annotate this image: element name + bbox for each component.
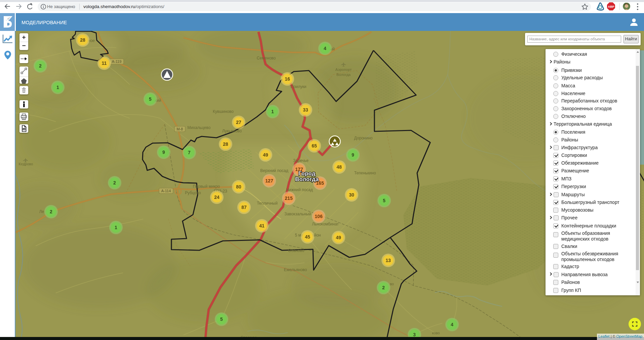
svg-text:45: 45: [305, 234, 310, 240]
svg-text:Осаново: Осаново: [288, 248, 305, 253]
svg-text:80: 80: [236, 184, 241, 189]
svg-text:5: 5: [383, 198, 386, 203]
svg-text:30: 30: [349, 192, 354, 198]
svg-text:2: 2: [50, 209, 52, 214]
svg-text:28: 28: [223, 141, 228, 147]
svg-text:5: 5: [220, 316, 223, 322]
svg-text:49: 49: [263, 152, 268, 158]
svg-text:41: 41: [259, 223, 265, 228]
svg-text:11: 11: [102, 60, 107, 66]
svg-text:127: 127: [265, 178, 273, 183]
svg-text:4: 4: [324, 46, 326, 51]
svg-text:16: 16: [285, 76, 290, 82]
svg-text:215: 215: [285, 196, 293, 201]
svg-text:106: 106: [315, 214, 323, 219]
svg-text:Прилуки: Прилуки: [291, 84, 307, 89]
svg-text:9: 9: [162, 150, 165, 155]
svg-text:Кувшиново: Кувшиново: [213, 109, 234, 114]
svg-text:Лукьяново: Лукьяново: [222, 129, 242, 133]
svg-text:28: 28: [80, 37, 85, 43]
svg-text:48: 48: [336, 164, 342, 170]
svg-text:Тепенькино: Тепенькино: [354, 171, 376, 175]
svg-text:87: 87: [241, 205, 247, 210]
svg-text:Емельяново: Емельяново: [284, 267, 307, 272]
svg-text:4: 4: [451, 322, 453, 327]
svg-text:во: во: [390, 282, 394, 286]
svg-text:65: 65: [312, 143, 317, 148]
svg-text:13: 13: [386, 258, 391, 263]
svg-text:Доронино: Доронино: [354, 136, 373, 140]
svg-text:3: 3: [413, 332, 416, 337]
svg-text:Семеново: Семеново: [257, 56, 276, 60]
svg-text:1: 1: [271, 109, 274, 114]
svg-text:7: 7: [188, 150, 191, 155]
svg-text:Заречье: Заречье: [293, 158, 309, 163]
svg-text:5: 5: [149, 96, 152, 102]
svg-text:Михальцево: Михальцево: [188, 125, 211, 130]
svg-text:Кедрово: Кедрово: [19, 162, 33, 166]
svg-text:49: 49: [336, 235, 341, 240]
svg-text:1: 1: [56, 85, 59, 90]
svg-text:Вологда: Вологда: [336, 73, 351, 77]
svg-text:2: 2: [382, 285, 385, 290]
svg-text:М-8: М-8: [177, 127, 183, 131]
svg-text:ково: ково: [432, 331, 440, 335]
svg-text:Ле: Ле: [39, 209, 44, 214]
svg-text:Нижний посад: Нижний посад: [286, 187, 313, 192]
svg-text:Первый микро: Первый микро: [193, 184, 220, 189]
svg-text:2: 2: [113, 180, 116, 185]
svg-text:2: 2: [39, 63, 42, 69]
svg-text:Тепличный: Тепличный: [257, 201, 278, 206]
svg-text:А-119: А-119: [112, 59, 122, 63]
svg-text:А-114: А-114: [161, 189, 171, 193]
svg-text:1: 1: [115, 225, 117, 230]
svg-text:Вологда: Вологда: [295, 176, 319, 182]
svg-text:Рубцово: Рубцово: [185, 190, 201, 195]
svg-text:GIS: GIS: [23, 129, 26, 130]
svg-text:Завокзальный: Завокзальный: [284, 212, 311, 216]
svg-text:24: 24: [214, 195, 219, 200]
svg-text:Верхний посад: Верхний посад: [260, 168, 288, 173]
svg-text:Аэропорт: Аэропорт: [335, 68, 352, 72]
svg-text:9: 9: [352, 152, 354, 158]
svg-text:33: 33: [303, 107, 308, 113]
svg-text:ABP: ABP: [608, 5, 614, 8]
svg-text:27: 27: [236, 120, 241, 125]
